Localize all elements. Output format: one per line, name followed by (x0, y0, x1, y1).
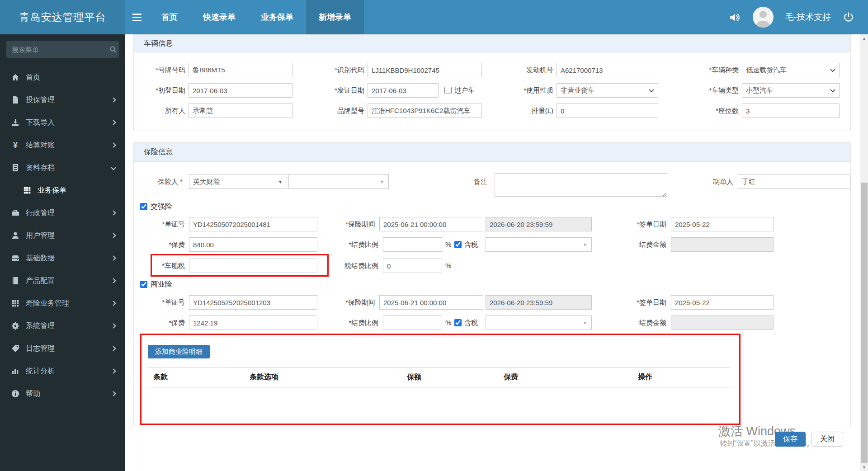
compulsory-period-start-input[interactable] (379, 217, 483, 231)
compulsory-period-end-input (486, 217, 592, 231)
commercial-fee-select[interactable]: ▼ (486, 316, 592, 330)
insurance-section-title: 保险信息 (144, 147, 173, 157)
user-name[interactable]: 毛-技术支持 (785, 11, 831, 23)
sidebar-item-life-insurance[interactable]: 寿险业务管理 (0, 292, 125, 315)
compulsory-fee-select[interactable]: ▼ (486, 237, 592, 252)
search-input[interactable] (6, 46, 107, 53)
insurer-select[interactable]: 英大财险 ▼ (189, 174, 287, 189)
usage-label: *使用性质 (482, 83, 553, 98)
download-icon (10, 118, 21, 127)
commercial-sign-date-input[interactable] (671, 295, 774, 310)
owner-input[interactable] (189, 104, 292, 118)
insurance-section-header: 保险信息 (134, 143, 850, 162)
commercial-fee-rate-input[interactable] (383, 316, 442, 330)
tab-quick-entry[interactable]: 快速录单 (190, 0, 248, 34)
sidebar-item-business-policy[interactable]: 业务保单 (0, 179, 125, 202)
issuer-input[interactable] (738, 174, 850, 189)
app-logo[interactable]: 青岛安达管理平台 (0, 0, 125, 34)
compulsory-label: 交强险 (151, 199, 172, 214)
sidebar-item-download-import[interactable]: 下载导入 (0, 111, 125, 134)
commercial-checkbox[interactable] (140, 281, 147, 288)
commercial-tax-checkbox[interactable] (454, 319, 462, 326)
engine-input[interactable] (557, 63, 658, 77)
user-avatar[interactable] (753, 7, 774, 28)
sidebar-item-statistics[interactable]: 统计分析 (0, 360, 125, 382)
commercial-period-label: *保险期间 (320, 295, 375, 310)
add-commercial-detail-button[interactable]: 添加商业险明细 (148, 345, 210, 358)
sidebar-item-logs[interactable]: 日志管理 (0, 337, 125, 360)
usage-select[interactable]: 非营业货车 (557, 83, 658, 98)
top-header: 青岛安达管理平台 首页 快速录单 业务保单 新增录单 毛-技术支持 (0, 0, 868, 34)
chevron-right-icon (111, 391, 116, 396)
tab-business-policy[interactable]: 业务保单 (248, 0, 306, 34)
volume-icon[interactable] (729, 11, 741, 24)
sidebar-item-archive[interactable]: 资料存档 (0, 156, 125, 179)
chevron-right-icon (111, 323, 116, 328)
compulsory-doc-no-input[interactable] (189, 217, 317, 231)
compulsory-doc-no-label: *单证号 (133, 217, 185, 231)
compulsory-premium-input[interactable] (189, 237, 317, 252)
vehicle-type-select[interactable]: 小型汽车 (742, 83, 840, 98)
commercial-fee-amount-input (671, 316, 774, 330)
displacement-input[interactable] (557, 104, 658, 118)
sidebar-item-home[interactable]: 首页 (0, 66, 125, 89)
scroll-down-arrow[interactable]: ▼ (860, 463, 868, 471)
file-icon (10, 95, 21, 104)
vehicle-kind-label: *车辆种类 (658, 63, 739, 77)
commercial-period-start-input[interactable] (379, 295, 483, 310)
header-tabs: 首页 快速录单 业务保单 新增录单 (149, 0, 364, 34)
vin-label: *识别代码 (292, 63, 364, 77)
first-reg-input[interactable] (189, 83, 292, 98)
scrollbar-thumb[interactable] (861, 183, 868, 463)
commercial-premium-input[interactable] (189, 316, 317, 330)
first-reg-label: *初登日期 (133, 83, 185, 98)
chevron-down-icon (830, 89, 835, 93)
scroll-up-arrow[interactable]: ▲ (860, 34, 868, 42)
compulsory-period-label: *保险期间 (320, 217, 375, 231)
vessel-tax-input[interactable] (189, 259, 317, 273)
compulsory-fee-amount-input (671, 237, 774, 252)
vin-input[interactable] (368, 63, 482, 77)
sidebar-item-settlement[interactable]: ¥ 结算对账 (0, 134, 125, 156)
dropdown-triangle-icon: ▼ (583, 242, 587, 247)
remark-textarea[interactable] (495, 173, 667, 197)
vehicle-type-label: *车辆类型 (658, 83, 739, 98)
close-button[interactable]: 关闭 (811, 432, 843, 447)
transfer-checkbox[interactable] (444, 87, 452, 94)
commercial-period-end-input (486, 295, 592, 310)
sidebar-item-help[interactable]: 帮助 (0, 382, 125, 405)
compulsory-tax-checkbox[interactable] (454, 241, 462, 248)
sidebar-item-admin[interactable]: 行政管理 (0, 202, 125, 224)
hamburger-menu-icon[interactable] (125, 0, 149, 34)
tab-home[interactable]: 首页 (149, 0, 190, 34)
seats-input[interactable] (742, 104, 840, 118)
sidebar-item-base-data[interactable]: 基础数据 (0, 247, 125, 269)
brand-input[interactable] (368, 104, 482, 118)
plate-input[interactable] (189, 63, 292, 77)
chevron-right-icon (111, 368, 116, 373)
vehicle-kind-select[interactable]: 低速载货汽车 (742, 63, 840, 77)
power-icon[interactable] (843, 11, 854, 23)
table-header-premium: 保费 (504, 372, 518, 382)
compulsory-sign-date-input[interactable] (671, 217, 774, 231)
book-icon (10, 276, 21, 285)
sidebar-item-product-config[interactable]: 产品配置 (0, 269, 125, 292)
commercial-doc-no-label: *单证号 (133, 295, 185, 310)
commercial-doc-no-input[interactable] (189, 295, 317, 310)
compulsory-checkbox[interactable] (140, 203, 147, 210)
insurer-sub-select[interactable]: ▼ (288, 174, 389, 189)
tab-new-entry[interactable]: 新增录单 (306, 0, 364, 34)
sidebar-item-users[interactable]: 用户管理 (0, 224, 125, 247)
vertical-scrollbar[interactable]: ▲ ▼ (860, 34, 868, 471)
tax-fee-rate-input[interactable] (383, 259, 442, 273)
chevron-down-icon (649, 89, 654, 93)
sidebar-item-insure-mgmt[interactable]: 投保管理 (0, 89, 125, 111)
dropdown-triangle-icon: ▼ (583, 320, 587, 325)
compulsory-fee-rate-input[interactable] (383, 237, 442, 252)
save-button[interactable]: 保存 (775, 432, 806, 447)
sidebar-item-system[interactable]: 系统管理 (0, 315, 125, 337)
sidebar-menu: 首页 投保管理 下载导入 ¥ 结算对账 资料存档 业务保单 行政管理 用户管理 (0, 66, 125, 405)
search-icon[interactable] (107, 41, 119, 58)
tax-fee-rate-label: 税结费比例 (320, 259, 378, 273)
issue-date-input[interactable] (368, 83, 439, 98)
